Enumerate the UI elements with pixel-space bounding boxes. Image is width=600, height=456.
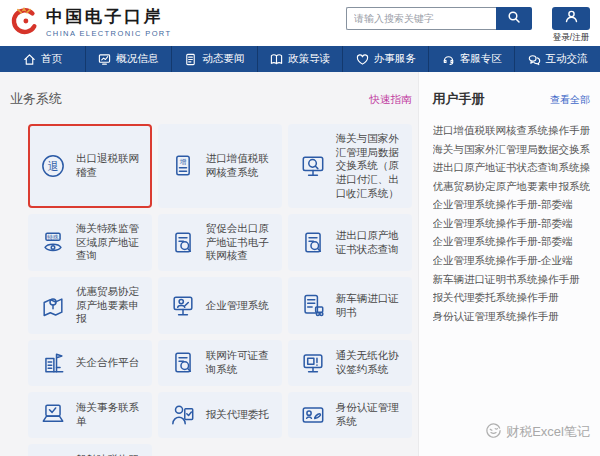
user-manual-panel: 用户手册 查看全部 进口增值税联网核查系统操作手册海关与国家外汇管理局数据交换系… (418, 72, 600, 456)
nav-item-0[interactable]: 首页 (0, 46, 85, 72)
doc-search-icon (167, 348, 199, 378)
laptop-icon (37, 400, 69, 430)
quick-guide-link[interactable]: 快速指南 (370, 93, 412, 107)
nav-item-6[interactable]: 互动交流 (514, 46, 600, 72)
system-card[interactable]: 退 出口退税联网稽查 (28, 124, 152, 208)
manual-link[interactable]: 进口增值税联网核查系统操作手册 (433, 124, 591, 136)
vat-doc-icon: 增 (167, 151, 199, 181)
manual-link[interactable]: 企业管理系统操作手册-企业端 (433, 254, 591, 266)
system-card[interactable]: 新车辆进口证明书 (288, 277, 412, 334)
sidebar-title: 用户手册 (433, 90, 485, 108)
system-card[interactable]: 关企合作平台 (28, 340, 152, 386)
content: 业务系统 快速指南 退 出口退税联网稽查 增 进口增值税联网核查系统 海关与国家… (0, 72, 600, 456)
policy-book-icon (270, 53, 283, 66)
monitor-search-icon (297, 151, 329, 181)
user-icon (564, 9, 579, 27)
search-icon (507, 10, 521, 27)
nav-item-4[interactable]: 办事服务 (342, 46, 428, 72)
nav-item-2[interactable]: 动态要闻 (171, 46, 257, 72)
business-systems-panel: 业务系统 快速指南 退 出口退税联网稽查 增 进口增值税联网核查系统 海关与国家… (0, 72, 418, 456)
wink-face-icon (485, 422, 502, 442)
system-card[interactable]: 海关事务联系单 (28, 392, 152, 438)
id-card-icon (297, 400, 329, 430)
manuals-list: 进口增值税联网核查系统操作手册海关与国家外汇管理局数据交换系进出口原产地证书状态… (433, 124, 591, 322)
svg-text:特殊: 特殊 (47, 233, 59, 240)
tax-rebate-icon: 退 (37, 151, 69, 181)
china-eport-page: 中国电子口岸 CHINA ELECTRONIC PORT (0, 0, 600, 456)
system-card[interactable]: 特殊 海关特殊监管区域原产地证查询 (28, 214, 152, 271)
login-register-link[interactable]: 登录/注册 (553, 32, 589, 44)
manual-link[interactable]: 报关代理委托系统操作手册 (433, 291, 591, 303)
site-title: 中国电子口岸 (46, 8, 172, 27)
manual-link[interactable]: 企业管理系统操作手册-部委端 (433, 235, 591, 247)
system-card[interactable]: 海关与国家外汇管理局数据交换系统（原进口付汇、出口收汇系统） (288, 124, 412, 208)
system-card[interactable]: 通关无纸化协议签约系统 (288, 340, 412, 386)
overview-chart-icon (98, 53, 111, 66)
manual-link[interactable]: 优惠贸易协定原产地要素申报系统 (433, 180, 591, 192)
home-icon (23, 53, 36, 66)
manual-link[interactable]: 新车辆进口证明书系统操作手册 (433, 273, 591, 285)
nav-item-3[interactable]: 政策导读 (257, 46, 343, 72)
manual-link[interactable]: 进出口原产地证书状态查询系统操 (433, 161, 591, 173)
svg-text:增: 增 (179, 158, 187, 166)
system-card[interactable]: 进出口原产地证书状态查询 (288, 214, 412, 271)
systems-grid: 退 出口退税联网稽查 增 进口增值税联网核查系统 海关与国家外汇管理局数据交换系… (28, 124, 412, 456)
header: 中国电子口岸 CHINA ELECTRONIC PORT (0, 0, 600, 46)
monitor-user-icon (167, 291, 199, 321)
search-button[interactable] (496, 7, 532, 30)
search-input[interactable] (346, 7, 496, 30)
svg-text:退: 退 (48, 160, 59, 172)
support-headset-icon (442, 53, 455, 66)
system-card[interactable]: 增 进口增值税联网核查系统 (158, 124, 282, 208)
doc-search-icon (167, 228, 199, 258)
map-pin-icon (37, 291, 69, 321)
manual-link[interactable]: 身份认证管理系统操作手册 (433, 310, 591, 322)
system-card[interactable]: 企业管理系统 (158, 277, 282, 334)
doc-search-icon (297, 228, 329, 258)
ship-icon (37, 452, 69, 456)
news-doc-icon (184, 53, 197, 66)
system-card[interactable]: 船舶吨税执照申请 (28, 444, 152, 456)
interact-chat-icon (528, 53, 541, 66)
manual-link[interactable]: 企业管理系统操作手册-部委端 (433, 217, 591, 229)
system-card[interactable]: 报关代理委托 (158, 392, 282, 438)
person-clipboard-icon (167, 400, 199, 430)
building-flag-icon (37, 348, 69, 378)
service-heart-icon (356, 53, 369, 66)
nav-item-1[interactable]: 概况信息 (85, 46, 171, 72)
eport-emblem-icon (8, 5, 40, 41)
search-bar (346, 7, 532, 30)
section-title: 业务系统 (10, 90, 62, 108)
system-card[interactable]: 身份认证管理系统 (288, 392, 412, 438)
site-subtitle: CHINA ELECTRONIC PORT (46, 29, 172, 38)
site-logo[interactable]: 中国电子口岸 CHINA ELECTRONIC PORT (8, 5, 172, 41)
watermark: 财税Excel笔记 (485, 422, 590, 442)
watermark-text: 财税Excel笔记 (506, 423, 590, 441)
view-all-link[interactable]: 查看全部 (550, 93, 590, 107)
main-nav: 首页 概况信息 动态要闻 政策导读 办事服务 客服专区 互动交流 (0, 46, 600, 72)
manual-link[interactable]: 企业管理系统操作手册-部委端 (433, 198, 591, 210)
special-eye-icon: 特殊 (37, 228, 69, 258)
manual-link[interactable]: 海关与国家外汇管理局数据交换系 (433, 143, 591, 155)
system-card[interactable]: 优惠贸易协定原产地要素申报 (28, 277, 152, 334)
nav-item-5[interactable]: 客服专区 (428, 46, 514, 72)
monitor-sign-icon (297, 348, 329, 378)
login-button[interactable] (552, 7, 590, 30)
system-card[interactable]: 联网许可证查询系统 (158, 340, 282, 386)
system-card[interactable]: 贸促会出口原产地证书电子联网核查 (158, 214, 282, 271)
doc-truck-icon (297, 291, 329, 321)
